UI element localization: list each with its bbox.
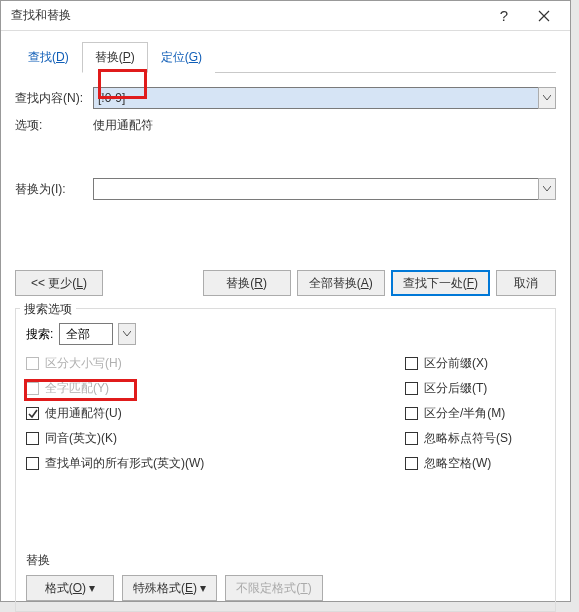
checkbox-grid: 区分大小写(H) 全字匹配(Y) 使用通配符(U) 同音(英文)(K) — [26, 355, 545, 472]
replace-all-button[interactable]: 全部替换(A) — [297, 270, 385, 296]
chevron-down-icon — [543, 95, 551, 101]
tab-replace[interactable]: 替换(P) — [82, 42, 148, 73]
checkbox-match-case: 区分大小写(H) — [26, 355, 405, 372]
tabs: 查找(D) 替换(P) 定位(G) — [15, 41, 556, 73]
cancel-button[interactable]: 取消 — [496, 270, 556, 296]
checkbox-all-word-forms[interactable]: 查找单词的所有形式(英文)(W) — [26, 455, 405, 472]
search-direction-arrow[interactable] — [118, 323, 136, 345]
help-button[interactable]: ? — [484, 2, 524, 30]
special-format-button[interactable]: 特殊格式(E) ▾ — [122, 575, 217, 601]
replace-history-dropdown[interactable] — [538, 178, 556, 200]
check-icon — [28, 409, 38, 419]
action-buttons: << 更少(L) 替换(R) 全部替换(A) 查找下一处(F) 取消 — [15, 270, 556, 296]
replace-button[interactable]: 替换(R) — [203, 270, 291, 296]
close-icon — [538, 10, 550, 22]
options-row: 选项: 使用通配符 — [15, 117, 556, 134]
find-history-dropdown[interactable] — [538, 87, 556, 109]
checkbox-whole-word: 全字匹配(Y) — [26, 380, 405, 397]
options-label: 选项: — [15, 117, 93, 134]
find-next-button[interactable]: 查找下一处(F) — [391, 270, 490, 296]
search-direction-row: 搜索: 全部 — [26, 323, 545, 345]
less-button[interactable]: << 更少(L) — [15, 270, 103, 296]
chevron-down-icon — [123, 331, 131, 337]
dialog-title: 查找和替换 — [11, 7, 484, 24]
search-direction-select[interactable]: 全部 — [59, 323, 113, 345]
checkbox-use-wildcards[interactable]: 使用通配符(U) — [26, 405, 405, 422]
checkbox-ignore-whitespace[interactable]: 忽略空格(W) — [405, 455, 545, 472]
find-input[interactable] — [93, 87, 539, 109]
replace-format-buttons: 格式(O) ▾ 特殊格式(E) ▾ 不限定格式(T) — [26, 575, 545, 601]
checkbox-ignore-punctuation[interactable]: 忽略标点符号(S) — [405, 430, 545, 447]
checkbox-full-half-width[interactable]: 区分全/半角(M) — [405, 405, 545, 422]
search-options-legend: 搜索选项 — [20, 301, 76, 318]
find-row: 查找内容(N): — [15, 87, 556, 109]
search-direction-label: 搜索: — [26, 326, 53, 343]
search-options-fieldset: 搜索选项 搜索: 全部 区分大小写(H) 全字匹配(Y) — [15, 308, 556, 612]
checkbox-match-prefix[interactable]: 区分前缀(X) — [405, 355, 545, 372]
replace-section-label: 替换 — [26, 552, 545, 569]
replace-input[interactable] — [93, 178, 539, 200]
checkbox-match-suffix[interactable]: 区分后缀(T) — [405, 380, 545, 397]
dialog-content: 查找(D) 替换(P) 定位(G) 查找内容(N): 选项: 使用通配符 替换为… — [1, 41, 570, 612]
find-replace-dialog: 查找和替换 ? 查找(D) 替换(P) 定位(G) 查找内容(N): 选项: 使… — [0, 0, 571, 602]
chevron-down-icon — [543, 186, 551, 192]
close-button[interactable] — [524, 2, 564, 30]
replace-label: 替换为(I): — [15, 181, 93, 198]
checkbox-sounds-like[interactable]: 同音(英文)(K) — [26, 430, 405, 447]
replace-row: 替换为(I): — [15, 178, 556, 200]
options-value: 使用通配符 — [93, 117, 153, 134]
no-formatting-button: 不限定格式(T) — [225, 575, 322, 601]
format-button[interactable]: 格式(O) ▾ — [26, 575, 114, 601]
tab-find[interactable]: 查找(D) — [15, 42, 82, 73]
tab-goto[interactable]: 定位(G) — [148, 42, 215, 73]
titlebar: 查找和替换 ? — [1, 1, 570, 31]
find-label: 查找内容(N): — [15, 90, 93, 107]
